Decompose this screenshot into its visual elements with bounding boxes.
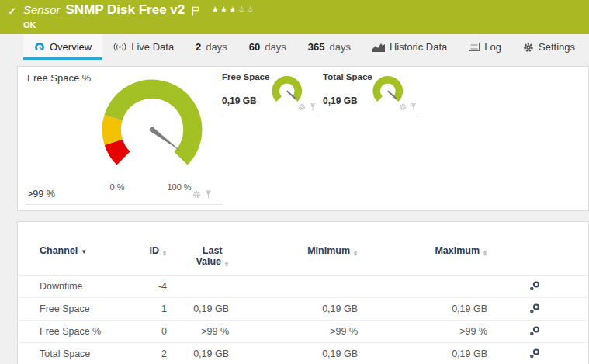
channel-settings-icon[interactable]	[487, 325, 588, 338]
overview-gauges-panel: Free Space % 0 % 100 % >99 % Free Space …	[17, 66, 589, 211]
channel-id: 1	[148, 303, 167, 314]
channel-settings-icon[interactable]	[487, 348, 588, 361]
channel-minimum: 0,19 GB	[229, 303, 358, 314]
channel-settings-icon[interactable]	[487, 303, 588, 316]
channel-settings-icon[interactable]	[487, 280, 588, 293]
tab-log[interactable]: Log	[458, 34, 512, 60]
channel-maximum: >99 %	[358, 326, 487, 337]
live-signal-icon	[113, 42, 126, 52]
area-chart-icon	[372, 43, 385, 52]
tab-historic-data-label: Historic Data	[390, 41, 447, 53]
tab-overview-label: Overview	[50, 41, 92, 53]
channel-minimum: 0,19 GB	[229, 348, 358, 359]
gauge-title: Free Space	[222, 72, 269, 81]
column-header-channel[interactable]: Channel▼	[40, 245, 148, 258]
tab-live-data[interactable]: Live Data	[102, 34, 185, 60]
column-header-minimum[interactable]: Minimum▲▼	[229, 245, 358, 256]
gauge-panel-free-space: Free Space 0,19 GB	[222, 71, 318, 116]
tab-live-data-label: Live Data	[131, 41, 174, 53]
tab-365-days-label: days	[329, 41, 350, 53]
channel-name: Free Space	[40, 303, 148, 314]
gauge-value: 0,19 GB	[323, 95, 358, 106]
tab-2-days-label: days	[206, 41, 227, 53]
gauge-value: >99 %	[27, 189, 55, 199]
table-row-total-space[interactable]: Total Space 2 0,19 GB 0,19 GB 0,19 GB	[18, 343, 588, 364]
sort-icon: ▲▼	[353, 250, 358, 256]
tab-365-days[interactable]: 365 days	[297, 34, 362, 60]
gauge-title: Total Space	[323, 72, 372, 81]
gauge-pin-icon[interactable]	[310, 100, 316, 114]
gear-icon	[523, 42, 534, 53]
log-list-icon	[469, 43, 480, 51]
column-header-last-value[interactable]: LastValue▲▼	[167, 245, 229, 267]
gauge-needle	[151, 128, 181, 151]
free-space-pct-gauge	[83, 75, 221, 184]
sensor-tab-bar: Overview Live Data 2 days 60 days 365 da…	[0, 34, 589, 60]
sort-icon: ▲▼	[224, 261, 229, 267]
gauge-icon	[34, 42, 45, 53]
channel-table-panel: Channel▼ ID▲▼ LastValue▲▼ Minimum▲▼ Maxi…	[17, 221, 589, 364]
sort-icon: ▲▼	[162, 250, 167, 256]
gauge-scale-max: 100 %	[162, 182, 196, 192]
table-row-free-space-pct[interactable]: Free Space % 0 >99 % >99 % >99 %	[18, 321, 588, 343]
channel-name: Free Space %	[40, 326, 148, 337]
tab-2-days[interactable]: 2 days	[185, 34, 238, 60]
tab-2-days-number: 2	[196, 41, 201, 53]
channel-name: Total Space	[40, 348, 148, 359]
table-row-free-space[interactable]: Free Space 1 0,19 GB 0,19 GB 0,19 GB	[18, 298, 588, 321]
channel-last-value: 0,19 GB	[167, 303, 229, 314]
table-row-downtime[interactable]: Downtime -4	[18, 276, 588, 298]
channel-minimum: >99 %	[229, 326, 358, 337]
gauge-settings-gear-icon[interactable]	[399, 100, 407, 114]
sensor-title-line: Sensor SNMP Disk Free v2 ★★★☆☆	[23, 2, 255, 19]
sensor-status-header: ✓ Sensor SNMP Disk Free v2 ★★★☆☆ OK	[0, 0, 589, 34]
channel-table-header: Channel▼ ID▲▼ LastValue▲▼ Minimum▲▼ Maxi…	[18, 222, 588, 276]
sort-icon: ▲▼	[483, 250, 487, 256]
sort-desc-icon: ▼	[81, 248, 87, 255]
sensor-name[interactable]: SNMP Disk Free v2	[66, 2, 185, 18]
stars-filled[interactable]: ★★★	[211, 5, 237, 14]
tab-60-days-label: days	[265, 41, 286, 53]
channel-maximum: 0,19 GB	[358, 303, 487, 314]
channel-id: 2	[148, 348, 167, 359]
priority-stars[interactable]: ★★★☆☆	[211, 5, 255, 15]
flag-icon[interactable]	[192, 5, 199, 19]
gauge-settings-gear-icon[interactable]	[192, 188, 201, 202]
channel-last-value: >99 %	[167, 326, 229, 337]
gauge-pin-icon[interactable]	[205, 188, 212, 202]
channel-id: 0	[148, 326, 167, 337]
stars-empty[interactable]: ☆☆	[237, 5, 255, 14]
tab-settings-label: Settings	[539, 41, 575, 53]
gauge-panel-total-space: Total Space 0,19 GB	[323, 71, 419, 116]
gauge-panel-free-space-pct: Free Space % 0 % 100 % >99 %	[26, 71, 223, 205]
tab-60-days[interactable]: 60 days	[238, 34, 297, 60]
column-header-id[interactable]: ID▲▼	[148, 245, 167, 256]
tab-log-label: Log	[484, 41, 501, 53]
column-header-maximum[interactable]: Maximum▲▼	[358, 245, 487, 256]
object-kind-label: Sensor	[23, 3, 61, 16]
channel-name: Downtime	[40, 281, 148, 292]
tab-historic-data[interactable]: Historic Data	[362, 34, 458, 60]
channel-maximum: 0,19 GB	[358, 348, 487, 359]
gauge-value: 0,19 GB	[222, 95, 257, 106]
tab-60-days-number: 60	[249, 41, 260, 53]
channel-id: -4	[148, 281, 167, 292]
tab-settings[interactable]: Settings	[512, 34, 586, 60]
tab-overview[interactable]: Overview	[23, 34, 102, 60]
gauge-pin-icon[interactable]	[411, 100, 417, 114]
gauge-scale-min: 0 %	[100, 182, 134, 192]
channel-last-value: 0,19 GB	[167, 348, 229, 359]
status-badge: OK	[23, 20, 36, 29]
status-ok-check-icon: ✓	[8, 5, 16, 17]
gauge-title: Free Space %	[27, 72, 91, 84]
gauge-settings-gear-icon[interactable]	[298, 100, 306, 114]
tab-365-days-number: 365	[308, 41, 325, 53]
